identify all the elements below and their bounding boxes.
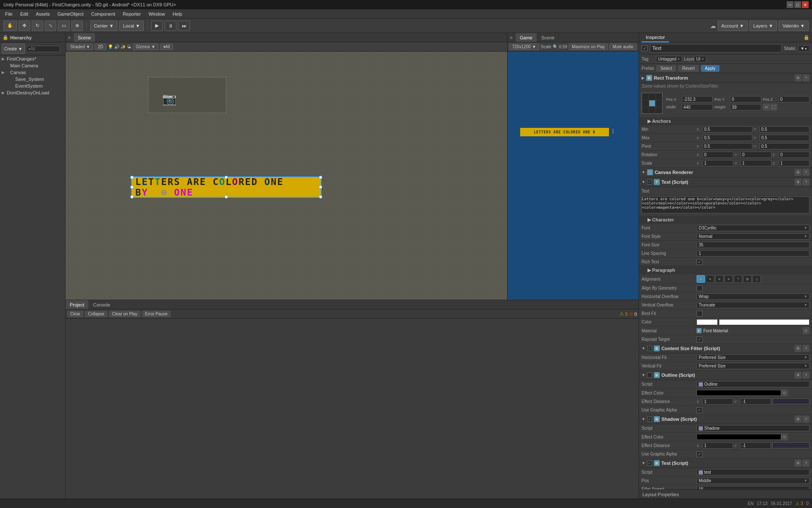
paragraph-section[interactable]: ▶ Paragraph: [639, 266, 812, 274]
static-dropdown[interactable]: ▼: [798, 45, 809, 52]
shadow-info-icon[interactable]: ?: [803, 416, 809, 422]
pivot-y-val[interactable]: 0.5: [760, 143, 809, 149]
test-script-value[interactable]: test: [697, 469, 809, 475]
game-tab[interactable]: Game: [516, 33, 537, 42]
scene-text-object[interactable]: Letters are colored one by ⊕ ONE: [131, 177, 321, 198]
obj-name-field[interactable]: [650, 44, 782, 52]
menu-window[interactable]: Window: [145, 11, 168, 17]
color-gradient[interactable]: [719, 319, 809, 325]
outline-dist-x-val[interactable]: 1: [702, 398, 733, 405]
pause-button[interactable]: ⏸: [165, 21, 176, 31]
shadow-use-graphic-alpha-checkbox[interactable]: [697, 451, 702, 457]
outline-dist-y-val[interactable]: -1: [740, 398, 771, 405]
hierarchy-create-button[interactable]: Create ▼: [2, 44, 25, 54]
pos-x-value[interactable]: -232.3: [682, 96, 713, 102]
collapse-button[interactable]: Collapse: [85, 311, 107, 317]
scale-y-val[interactable]: 1: [741, 160, 771, 166]
scale-z-val[interactable]: 1: [779, 160, 809, 166]
anchor-mr[interactable]: [656, 100, 662, 107]
text-value-textarea[interactable]: Letters are colored one b<color=navy>y</…: [642, 196, 809, 213]
hand-tool-button[interactable]: ✋: [3, 21, 17, 31]
rect-transform-settings-icon[interactable]: ⚙: [795, 75, 801, 81]
shaded-button[interactable]: Shaded ▼: [67, 44, 93, 50]
anchor-br[interactable]: [656, 107, 662, 113]
test-script-header[interactable]: ▼ ⊞ Test (Script) ⚙ ?: [639, 458, 812, 468]
align-vbot-button[interactable]: ⊥: [752, 275, 761, 283]
anchor-grid[interactable]: [642, 93, 663, 114]
maximize-button[interactable]: Maximize on Play: [569, 44, 608, 50]
error-pause-button[interactable]: Error Pause: [142, 311, 170, 317]
anchors-max-x-val[interactable]: 0.5: [702, 135, 752, 141]
center-button[interactable]: Center ▼: [90, 21, 118, 31]
shadow-dist-y-val[interactable]: -1: [740, 442, 771, 449]
select-button[interactable]: Select: [656, 65, 676, 72]
test-script-settings-icon[interactable]: ⚙: [795, 460, 801, 467]
close-button[interactable]: ✕: [802, 1, 809, 8]
menu-assets[interactable]: Assets: [33, 11, 53, 17]
tag-dropdown[interactable]: Untagged: [656, 56, 682, 62]
outline-script-value[interactable]: Outline: [697, 381, 809, 387]
inspector-tab[interactable]: Inspector: [642, 33, 669, 42]
font-dropdown[interactable]: D3Cyrillic: [697, 225, 809, 231]
clear-button[interactable]: Clear: [67, 311, 83, 317]
hierarchy-search-input[interactable]: [26, 46, 60, 52]
shadow-dist-x-val[interactable]: 1: [702, 442, 733, 449]
rotation-y-val[interactable]: 0: [741, 152, 771, 158]
raycast-target-checkbox[interactable]: [697, 337, 702, 342]
best-fit-checkbox[interactable]: [697, 311, 702, 317]
transform-tool-button[interactable]: ⊕: [71, 21, 83, 31]
shadow-enabled-checkbox[interactable]: [647, 417, 652, 422]
maximize-button[interactable]: □: [794, 1, 801, 8]
gizmos-button[interactable]: Gizmos ▼: [133, 44, 159, 50]
shadow-color-picker-icon[interactable]: ⊙: [781, 433, 788, 440]
minimize-button[interactable]: ─: [787, 1, 793, 8]
scale-tool-button[interactable]: ⤡: [45, 21, 56, 31]
align-justify-button[interactable]: ≡: [724, 275, 733, 283]
material-target-icon[interactable]: ⊙: [803, 327, 809, 334]
outline-color-swatch[interactable]: [697, 390, 781, 396]
scene-sky-icon[interactable]: 🌤: [127, 44, 131, 49]
inspector-lock-icon[interactable]: 🔒: [804, 35, 809, 40]
menu-gameobject[interactable]: GameObject: [54, 11, 87, 17]
scene-tab-2[interactable]: Scene: [537, 33, 559, 42]
vertical-fit-dropdown[interactable]: Preferred Size: [697, 363, 809, 369]
rect-transform-header[interactable]: ▶ ⊞ Rect Transform ⚙ ?: [639, 73, 812, 83]
text-script-info-icon[interactable]: ?: [803, 179, 809, 185]
scene-search-button[interactable]: ▾All: [160, 44, 173, 50]
anchors-section[interactable]: ▶ Anchors: [639, 117, 812, 125]
layer-dropdown[interactable]: UI: [694, 56, 706, 62]
shadow-color-swatch[interactable]: [697, 434, 781, 440]
test-script-enabled-checkbox[interactable]: [647, 461, 652, 466]
hierarchy-item-maincamera[interactable]: Main Camera: [0, 62, 65, 69]
font-size-value[interactable]: 35: [697, 242, 809, 248]
test-filler-speed-value[interactable]: 15: [697, 486, 809, 489]
test-script-info-icon[interactable]: ?: [803, 460, 809, 467]
resize-wh-button[interactable]: ⇔: [763, 104, 770, 110]
outline-color-picker-icon[interactable]: ⊙: [781, 389, 788, 396]
color-swatch[interactable]: [697, 319, 718, 325]
font-style-dropdown[interactable]: Normal: [697, 233, 809, 240]
local-button[interactable]: Local ▼: [119, 21, 144, 31]
align-right-button[interactable]: ≡: [715, 275, 724, 283]
content-size-fitter-enabled-checkbox[interactable]: [647, 346, 652, 351]
anchor-tr[interactable]: [656, 93, 662, 100]
outline-info-icon[interactable]: ?: [803, 372, 809, 378]
move-tool-button[interactable]: ✥: [19, 21, 30, 31]
scene-fx-icon[interactable]: ✨: [121, 44, 126, 49]
shadow-dist-slider[interactable]: [772, 442, 809, 448]
anchor-ml[interactable]: [642, 100, 649, 107]
line-spacing-value[interactable]: 1: [697, 250, 809, 257]
anchor-bc[interactable]: [649, 107, 656, 113]
2d-button[interactable]: 2D: [95, 44, 106, 50]
pivot-x-val[interactable]: 0.5: [702, 143, 752, 149]
scene-audio-icon[interactable]: 🔊: [114, 44, 119, 49]
menu-edit[interactable]: Edit: [17, 11, 32, 17]
play-button[interactable]: ▶: [151, 21, 163, 31]
outline-enabled-checkbox[interactable]: [647, 373, 652, 378]
hierarchy-item-savesystem[interactable]: Save_System: [0, 76, 65, 83]
content-size-fitter-header[interactable]: ▼ ⊞ Content Size Fitter (Script) ⚙ ?: [639, 344, 812, 353]
canvas-renderer-info-icon[interactable]: ?: [803, 169, 809, 176]
rotation-x-val[interactable]: 0: [702, 152, 733, 158]
anchor-bl[interactable]: [642, 107, 649, 113]
canvas-renderer-settings-icon[interactable]: ⚙: [795, 169, 801, 176]
